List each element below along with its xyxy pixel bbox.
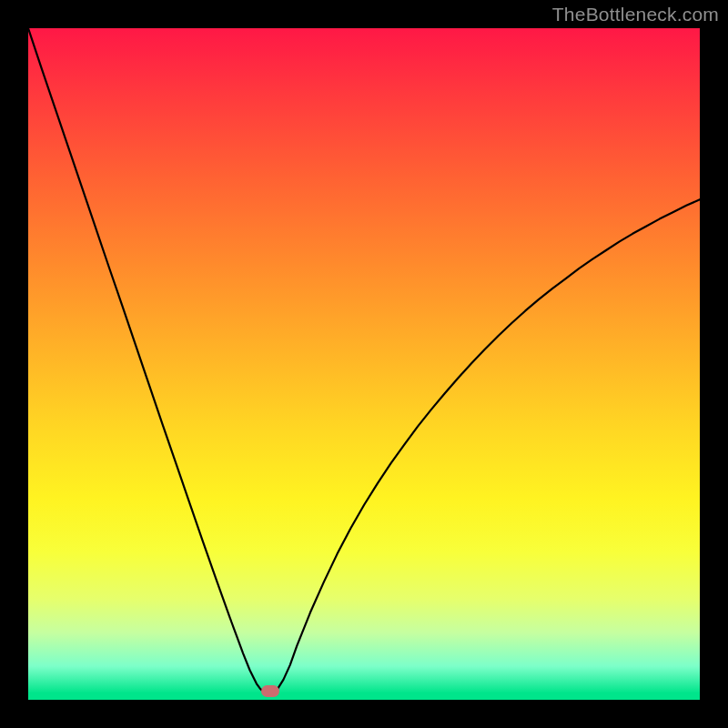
bottleneck-curve (28, 28, 700, 700)
watermark-text: TheBottleneck.com (552, 4, 719, 25)
optimum-marker (261, 685, 279, 697)
plot-area (28, 28, 700, 700)
chart-frame: TheBottleneck.com (0, 0, 728, 728)
